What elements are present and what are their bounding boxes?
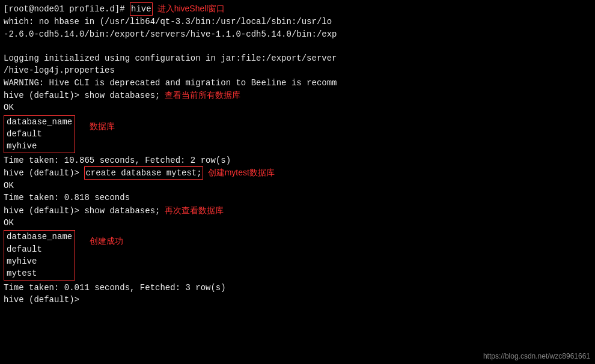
create-db-prompt: hive (default)> — [4, 167, 84, 179]
annotation-show-databases: 查看当前所有数据库 — [165, 89, 240, 101]
line-ok1: OK — [4, 102, 591, 114]
path-text: -2.6.0-cdh5.14.0/bin:/export/servers/hiv… — [4, 28, 337, 40]
db-list-2: database_name default myhive mytest — [4, 230, 75, 280]
annotation-create-mytest: 创建mytest数据库 — [208, 166, 275, 178]
time2-text: Time taken: 0.818 seconds — [4, 192, 130, 204]
db1-default: default — [7, 128, 72, 140]
line-ok3: OK — [4, 217, 591, 229]
which-text: which: no hbase in (/usr/lib64/qt-3.3/bi… — [4, 16, 332, 28]
line-warning: WARNING: Hive CLI is deprecated and migr… — [4, 77, 591, 89]
hive-command: hive — [130, 2, 153, 16]
annotation-enter-hive: 进入hiveShell窗口 — [157, 2, 225, 14]
line-time2: Time taken: 0.818 seconds — [4, 192, 591, 204]
line-which: which: no hbase in (/usr/lib64/qt-3.3/bi… — [4, 16, 591, 28]
final-prompt-text: hive (default)> — [4, 294, 84, 306]
line-ok2: OK — [4, 180, 591, 192]
warning-text: WARNING: Hive CLI is deprecated and migr… — [4, 77, 337, 89]
line-path: -2.6.0-cdh5.14.0/bin:/export/servers/hiv… — [4, 28, 591, 40]
create-db-command: create database mytest; — [84, 166, 203, 180]
logging-text: Logging initialized using configuration … — [4, 52, 337, 64]
db2-default: default — [7, 243, 72, 255]
terminal-window: [root@node01 profile.d]# hive进入hiveShell… — [0, 0, 595, 364]
line-time1: Time taken: 10.865 seconds, Fetched: 2 r… — [4, 154, 591, 166]
db2-mytest: mytest — [7, 267, 72, 279]
db2-myhive: myhive — [7, 255, 72, 267]
line-final-prompt: hive (default)> — [4, 294, 591, 306]
line-show-databases2: hive (default)> show databases;再次查看数据库 — [4, 204, 591, 217]
annotation-show-again: 再次查看数据库 — [165, 204, 224, 216]
time1-text: Time taken: 10.865 seconds, Fetched: 2 r… — [4, 154, 231, 166]
db1-header: database_name — [7, 116, 72, 128]
line-time3: Time taken: 0.011 seconds, Fetched: 3 ro… — [4, 282, 591, 294]
annotation-databases: 数据库 — [90, 121, 115, 132]
time3-text: Time taken: 0.011 seconds, Fetched: 3 ro… — [4, 282, 226, 294]
line-logging: Logging initialized using configuration … — [4, 52, 591, 64]
line-create-db: hive (default)> create database mytest;创… — [4, 166, 591, 180]
log4j-text: /hive-log4j.properties — [4, 64, 115, 76]
line-show-databases: hive (default)> show databases;查看当前所有数据库 — [4, 89, 591, 102]
line-prompt: [root@node01 profile.d]# hive进入hiveShell… — [4, 2, 591, 16]
show-db2-text: hive (default)> show databases; — [4, 205, 160, 217]
ok2-text: OK — [4, 180, 14, 192]
ok1-text: OK — [4, 102, 14, 114]
database-block-1: database_name default myhive 数据库 — [4, 115, 591, 153]
prompt-text: [root@node01 profile.d]# — [4, 3, 130, 15]
annotation-create-success: 创建成功 — [90, 236, 123, 247]
ok3-text: OK — [4, 217, 14, 229]
line-log4j: /hive-log4j.properties — [4, 64, 591, 76]
db2-header: database_name — [7, 231, 72, 243]
database-block-2: database_name default myhive mytest 创建成功 — [4, 230, 591, 280]
db1-myhive: myhive — [7, 140, 72, 152]
line-blank — [4, 40, 591, 52]
show-db-text: hive (default)> show databases; — [4, 89, 160, 102]
footer-url: https://blog.csdn.net/wzc8961661 — [483, 352, 590, 360]
db-list-1: database_name default myhive — [4, 115, 75, 153]
